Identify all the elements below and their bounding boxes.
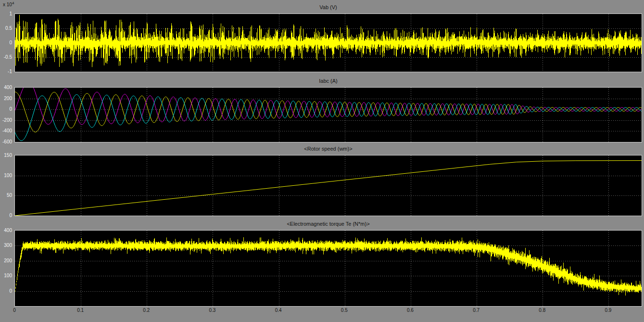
plot-title: <Electromagnetic torque Te (N*m)> (15, 221, 642, 227)
y-axis-labels: 4003002001000 (0, 231, 13, 306)
plot-title: <Rotor speed (wm)> (15, 146, 642, 152)
x-tick-label: 0 (4, 308, 25, 313)
y-tick-label: 100 (4, 273, 12, 279)
y-tick-label: 0 (9, 40, 12, 46)
simulink-scope-window: x 104 Vab (V) 10.50-0.5-1 Iabc (A) 40020… (0, 0, 644, 322)
x-tick-label: 0.8 (531, 308, 553, 313)
y-tick-label: 300 (4, 243, 12, 248)
y-tick-label: 100 (4, 173, 12, 179)
plot-title: Vab (V) (15, 4, 642, 10)
y-tick-label: 400 (4, 85, 12, 90)
plot-canvas-vab[interactable] (15, 14, 642, 72)
y-tick-label: -0.5 (4, 54, 12, 60)
y-axis-exponent-label: x 104 (3, 1, 14, 7)
y-tick-label: -600 (2, 139, 12, 145)
x-tick-label: 0.7 (466, 308, 487, 313)
plot-canvas-rotor-speed[interactable] (15, 155, 642, 216)
y-tick-label: -400 (2, 128, 12, 134)
plot-vab: Vab (V) 10.50-0.5-1 (14, 13, 642, 72)
y-tick-label: 0 (9, 288, 12, 294)
x-tick-label: 0.9 (597, 308, 619, 313)
y-tick-label: 0.5 (5, 26, 12, 31)
x-axis-tick-labels: 00.10.20.30.40.50.60.70.80.9 (0, 308, 644, 314)
y-axis-labels: 4002000-200-400-600 (0, 88, 13, 142)
plot-title: Iabc (A) (15, 78, 642, 84)
y-tick-label: 0 (9, 106, 12, 112)
x-tick-label: 0.6 (400, 308, 421, 313)
y-tick-label: 200 (4, 96, 12, 102)
y-tick-label: 50 (7, 193, 12, 198)
plot-rotor-speed: <Rotor speed (wm)> 150100500 (14, 155, 642, 216)
y-tick-label: 400 (4, 228, 12, 233)
y-tick-label: 1 (9, 11, 12, 17)
x-tick-label: 0.4 (268, 308, 289, 313)
y-tick-label: -200 (2, 117, 12, 123)
x-tick-label: 0.5 (334, 308, 355, 313)
y-tick-label: 0 (9, 213, 12, 219)
x-tick-label: 0.1 (70, 308, 91, 313)
y-tick-label: 150 (4, 153, 12, 158)
y-axis-labels: 10.50-0.5-1 (0, 14, 13, 72)
y-tick-label: -1 (8, 69, 12, 75)
plot-torque: <Electromagnetic torque Te (N*m)> 400300… (14, 230, 642, 307)
y-tick-label: 200 (4, 258, 12, 264)
x-tick-label: 0.2 (136, 308, 157, 313)
plot-iabc: Iabc (A) 4002000-200-400-600 (14, 87, 642, 142)
y-axis-labels: 150100500 (0, 155, 13, 216)
x-tick-label: 0.3 (202, 308, 223, 313)
plot-canvas-torque[interactable] (15, 231, 642, 306)
plot-canvas-iabc[interactable] (15, 88, 642, 142)
